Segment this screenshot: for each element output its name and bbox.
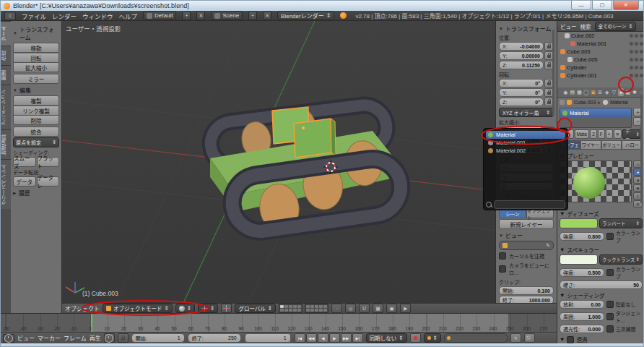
cubic-checkbox[interactable] (606, 325, 614, 333)
lock-object-field[interactable]: ✎ (499, 241, 554, 250)
visibility-eye-icon[interactable] (630, 74, 633, 77)
shade-smooth-button[interactable]: スムーズ (13, 157, 36, 167)
selectability-arrow-icon[interactable] (635, 58, 638, 61)
halo-tab[interactable]: ハロー (622, 140, 643, 150)
translate-button[interactable]: 移動 (13, 43, 59, 53)
rotation-field[interactable]: Y:0° (499, 88, 544, 97)
properties-tab[interactable]: ▣ (590, 88, 596, 96)
translucency-field[interactable]: 透光性:0.000 (560, 325, 604, 333)
toolshelf-tab[interactable]: ツール (1, 21, 11, 46)
popup-material-item[interactable]: Material (486, 131, 565, 139)
specular-color-swatch[interactable] (560, 254, 598, 265)
menu-file[interactable]: ファイル (22, 12, 46, 20)
pin-icon[interactable] (560, 100, 565, 105)
selectability-arrow-icon[interactable] (635, 66, 638, 69)
users-count-button[interactable]: 2 (590, 129, 597, 139)
properties-tab[interactable]: ◯ (583, 88, 590, 96)
properties-tab[interactable]: ▤ (570, 88, 576, 96)
menu-render[interactable]: レンダー (52, 12, 77, 20)
hardness-field[interactable]: 硬さ:50 (560, 280, 643, 289)
proportional-edit-toggle[interactable]: ◎ (345, 304, 356, 313)
timeline-marker-menu[interactable]: マーカー (38, 334, 61, 342)
add-layout-button[interactable]: + (182, 11, 191, 20)
material-slot-list[interactable]: Material (560, 108, 632, 128)
shadeless-checkbox[interactable] (606, 301, 614, 308)
location-field[interactable]: X:-0.04000 (499, 42, 544, 51)
frame-end-field[interactable]: 終了:250 (188, 333, 241, 343)
toolshelf-tab[interactable]: 関連 (1, 65, 11, 85)
diffuse-color-swatch[interactable] (560, 218, 598, 228)
diffuse-panel-header[interactable]: ▼ ディフューズ (560, 210, 643, 218)
render-camera-icon[interactable] (640, 66, 643, 69)
keying-set-menu[interactable]: ⇕ (424, 333, 441, 343)
close-scene-button[interactable]: ✕ (263, 11, 271, 20)
shade-flat-button[interactable]: フラット (37, 157, 60, 167)
rotation-field[interactable]: Z:0° (499, 98, 544, 106)
edit-panel-header[interactable]: ▼ 編集 (13, 86, 59, 94)
new-material-button[interactable]: + (606, 129, 613, 139)
menu-help[interactable]: ヘルプ (119, 12, 138, 20)
delete-button[interactable]: 削除 (13, 116, 59, 125)
render-camera-icon[interactable] (640, 34, 643, 38)
material-slot-row[interactable]: Material (560, 108, 631, 117)
close-layout-button[interactable]: ✕ (196, 11, 205, 20)
data-transfer-button[interactable]: データ (13, 176, 36, 187)
snap-magnet-toggle[interactable]: U (359, 304, 370, 313)
properties-tab[interactable]: ✱ (632, 88, 638, 96)
selectability-arrow-icon[interactable] (635, 74, 638, 77)
properties-tab[interactable]: ◉ (562, 88, 569, 96)
lock-camera-checkbox[interactable] (499, 265, 506, 273)
visibility-eye-icon[interactable] (630, 58, 633, 61)
playback-button[interactable]: ▶ (329, 333, 340, 343)
object-menu[interactable]: オブジェクト (65, 304, 100, 312)
outliner-row[interactable]: Cube.003 (557, 48, 644, 56)
eyedropper-icon[interactable]: ✎ (546, 243, 550, 249)
frame-start-field[interactable]: 開始:1 (131, 333, 185, 343)
material-link-menu[interactable]: デー ⇕ (622, 129, 643, 139)
scene-selector[interactable]: Scene (211, 11, 243, 20)
playback-button[interactable]: ◀◀ (306, 333, 317, 343)
toolshelf-tab[interactable]: 物理演算 (1, 129, 11, 159)
tangent-checkbox[interactable] (606, 313, 614, 320)
properties-tab[interactable]: ⊞ (597, 88, 604, 96)
wire-tab[interactable]: ワイヤー (580, 140, 601, 150)
emit-field[interactable]: 放射:0.00 (560, 300, 604, 309)
insert-keyframe-button[interactable]: ✎ (510, 333, 521, 343)
duplicate-linked-button[interactable]: リンク複製 (13, 106, 59, 116)
mirror-button[interactable]: ミラー (13, 74, 59, 84)
playback-button[interactable]: ▶| (352, 333, 363, 343)
location-field[interactable]: Y:0.00000 (499, 51, 544, 60)
render-opengl-button[interactable]: ▣ (386, 304, 397, 313)
specular-panel-header[interactable]: ▼ スペキュラー (560, 246, 643, 254)
properties-tab[interactable]: ▽ (611, 88, 617, 96)
diffuse-shader-menu[interactable]: ランバート ⇕ (599, 218, 643, 228)
popup-material-item[interactable]: Material.002 (486, 147, 565, 155)
layer-buttons[interactable] (279, 304, 328, 313)
close-button[interactable]: ✕ (613, 1, 639, 10)
npanel-transform-header[interactable]: ▼ トランスフォーム (499, 25, 554, 33)
manipulator-toggle[interactable] (221, 304, 232, 313)
lock-cursor-checkbox[interactable] (499, 252, 506, 260)
specular-shader-menu[interactable]: クックトランス ⇕ (599, 254, 643, 265)
timeline-playback-menu[interactable]: 再生 (90, 334, 101, 342)
selectability-arrow-icon[interactable] (635, 34, 638, 38)
playback-button[interactable]: |◀ (295, 333, 305, 343)
auto-keyframe-toggle[interactable] (410, 333, 421, 343)
outliner-row[interactable]: Cylinder.001 (557, 72, 644, 80)
playback-button[interactable]: ◀ (318, 333, 328, 343)
render-camera-icon[interactable] (640, 58, 643, 61)
toolshelf-tab[interactable]: グリースペンシル (1, 159, 11, 209)
selectability-arrow-icon[interactable] (635, 42, 638, 46)
preview-panel-header[interactable]: ▼ プレビュー (560, 152, 643, 160)
timeline-frame-menu[interactable]: フレーム (64, 334, 87, 342)
add-scene-button[interactable]: + (248, 11, 257, 20)
shading-panel-header[interactable]: ▼ シェーディング (560, 291, 643, 299)
toolshelf-tab[interactable]: アニメーション (1, 85, 11, 129)
timeline-ruler[interactable]: -50-40-30-20-100102030405060708090100110… (1, 313, 557, 333)
transparency-checkbox[interactable] (567, 336, 574, 343)
render-camera-icon[interactable] (640, 50, 643, 53)
visibility-eye-icon[interactable] (630, 34, 633, 38)
transform-panel-header[interactable]: ▼ トランスフォーム (13, 25, 59, 41)
render-opengl-anim-button[interactable]: ▶ (400, 304, 411, 313)
active-keying-set-field[interactable] (444, 333, 508, 343)
